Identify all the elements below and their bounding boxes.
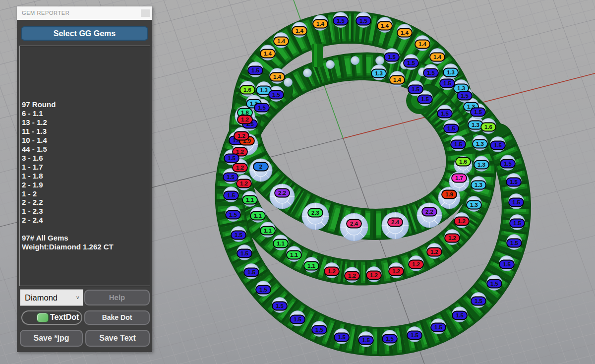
svg-text:1.8: 1.8: [241, 110, 249, 116]
svg-text:1.5: 1.5: [461, 93, 469, 99]
svg-text:1.3: 1.3: [375, 70, 383, 76]
svg-text:1.5: 1.5: [510, 179, 518, 185]
svg-text:1.5: 1.5: [235, 232, 243, 238]
svg-text:1.5: 1.5: [338, 334, 346, 340]
svg-text:2.3: 2.3: [311, 210, 319, 216]
svg-text:1.2: 1.2: [241, 117, 249, 122]
svg-text:1.4: 1.4: [277, 38, 286, 44]
svg-text:1.5: 1.5: [441, 111, 449, 117]
svg-text:2.2: 2.2: [425, 209, 433, 215]
svg-text:1.5: 1.5: [503, 261, 511, 267]
svg-text:1.5: 1.5: [474, 109, 482, 115]
svg-text:1.3: 1.3: [470, 202, 478, 208]
svg-text:1.3: 1.3: [472, 122, 479, 128]
svg-text:1.5: 1.5: [456, 312, 464, 318]
svg-text:1.5: 1.5: [240, 250, 249, 256]
svg-text:1.3: 1.3: [260, 87, 268, 93]
svg-text:1.1: 1.1: [307, 263, 316, 269]
svg-text:1.1: 1.1: [246, 197, 254, 203]
svg-text:1.4: 1.4: [296, 28, 304, 34]
svg-text:1.5: 1.5: [229, 212, 238, 218]
svg-text:1.9: 1.9: [445, 191, 453, 197]
svg-text:1.1: 1.1: [290, 252, 298, 258]
svg-text:1.6: 1.6: [459, 159, 467, 165]
svg-text:1.4: 1.4: [393, 77, 402, 83]
svg-text:1.5: 1.5: [315, 327, 324, 333]
svg-text:1.5: 1.5: [359, 18, 368, 24]
svg-text:1.5: 1.5: [407, 60, 416, 66]
svg-text:1.4: 1.4: [316, 21, 325, 27]
svg-text:1.5: 1.5: [294, 316, 302, 322]
svg-text:1.2: 1.2: [236, 165, 244, 171]
svg-text:1.1: 1.1: [254, 213, 262, 219]
svg-text:1.5: 1.5: [443, 80, 452, 86]
svg-text:1.3: 1.3: [447, 69, 455, 75]
svg-text:1.5: 1.5: [434, 324, 443, 330]
svg-text:1.5: 1.5: [504, 161, 512, 167]
svg-text:1.3: 1.3: [476, 141, 484, 147]
svg-text:1.3: 1.3: [477, 162, 485, 168]
svg-text:1.6: 1.6: [243, 87, 251, 93]
svg-text:1.5: 1.5: [276, 303, 284, 309]
svg-text:1.4: 1.4: [401, 30, 409, 36]
svg-text:1.3: 1.3: [475, 182, 482, 188]
svg-text:1.2: 1.2: [458, 218, 466, 224]
svg-text:1.5: 1.5: [258, 105, 266, 111]
svg-text:1.5: 1.5: [362, 337, 370, 343]
svg-text:1.5: 1.5: [494, 142, 502, 148]
svg-text:1.5: 1.5: [412, 86, 420, 92]
svg-text:1.2: 1.2: [236, 149, 244, 155]
svg-text:1.2: 1.2: [238, 133, 245, 139]
svg-text:1.5: 1.5: [388, 54, 396, 60]
svg-text:1.5: 1.5: [227, 174, 235, 180]
svg-text:1.5: 1.5: [513, 220, 522, 226]
svg-text:1.2: 1.2: [412, 261, 420, 267]
svg-text:1.5: 1.5: [227, 192, 236, 198]
svg-text:1.5: 1.5: [454, 141, 463, 147]
svg-text:1.5: 1.5: [512, 199, 521, 205]
svg-text:1.5: 1.5: [510, 240, 519, 246]
svg-text:2: 2: [259, 164, 262, 170]
svg-text:1.5: 1.5: [247, 269, 256, 275]
svg-text:1.5: 1.5: [490, 281, 499, 287]
svg-text:1.5: 1.5: [475, 298, 483, 304]
svg-text:1.2: 1.2: [240, 181, 248, 186]
svg-text:1.1: 1.1: [264, 228, 272, 234]
svg-text:1.5: 1.5: [447, 125, 456, 131]
svg-text:1.4: 1.4: [418, 41, 427, 47]
svg-text:1.2: 1.2: [430, 249, 438, 255]
svg-text:1.5: 1.5: [421, 96, 429, 102]
svg-text:1.2: 1.2: [370, 272, 378, 278]
svg-text:1.7: 1.7: [455, 175, 463, 181]
svg-text:1.5: 1.5: [259, 287, 268, 293]
svg-text:1.2: 1.2: [392, 268, 400, 274]
svg-text:1.1: 1.1: [277, 241, 285, 246]
svg-text:1.5: 1.5: [272, 92, 281, 98]
svg-text:1.4: 1.4: [273, 74, 282, 80]
svg-text:1.3: 1.3: [457, 85, 465, 91]
svg-text:1.4: 1.4: [433, 54, 442, 60]
svg-text:1.2: 1.2: [348, 273, 356, 279]
svg-text:1.2: 1.2: [448, 235, 456, 241]
svg-text:2.4: 2.4: [391, 219, 400, 225]
svg-text:1.5: 1.5: [411, 332, 419, 338]
svg-text:1.5: 1.5: [251, 67, 260, 73]
svg-text:1.5: 1.5: [228, 155, 236, 161]
svg-text:1.4: 1.4: [381, 23, 389, 29]
svg-text:1.2: 1.2: [328, 268, 336, 274]
svg-text:1.4: 1.4: [264, 51, 272, 57]
svg-text:1.5: 1.5: [386, 336, 394, 342]
svg-text:2.4: 2.4: [350, 221, 358, 227]
svg-text:1.5: 1.5: [427, 70, 435, 76]
svg-text:2.2: 2.2: [278, 190, 286, 196]
svg-text:1.6: 1.6: [484, 124, 492, 130]
svg-text:1.5: 1.5: [337, 18, 345, 24]
